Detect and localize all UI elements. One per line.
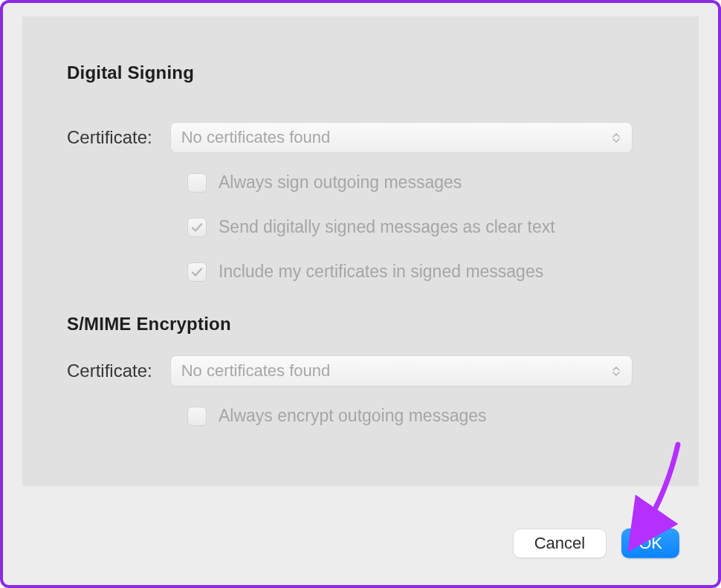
encryption-certificate-value: No certificates found [181, 361, 611, 381]
clear-text-label: Send digitally signed messages as clear … [219, 217, 555, 237]
cancel-button[interactable]: Cancel [513, 529, 607, 558]
smime-encryption-heading: S/MIME Encryption [67, 314, 231, 335]
updown-chevron-icon [611, 129, 621, 146]
updown-chevron-icon [611, 363, 621, 379]
encryption-certificate-select[interactable]: No certificates found [170, 355, 633, 387]
include-certs-label: Include my certificates in signed messag… [219, 262, 543, 282]
signing-certificate-label: Certificate: [67, 127, 152, 148]
signing-certificate-value: No certificates found [181, 128, 611, 147]
digital-signing-heading: Digital Signing [67, 62, 194, 83]
settings-panel: Digital Signing Certificate: No certific… [22, 16, 699, 486]
always-sign-checkbox[interactable] [187, 173, 207, 193]
always-encrypt-label: Always encrypt outgoing messages [219, 406, 487, 426]
encryption-certificate-label: Certificate: [67, 361, 152, 381]
encryption-certificate-row: Certificate: No certificates found [67, 355, 633, 387]
always-sign-option: Always sign outgoing messages [187, 172, 462, 193]
dialog-window: Digital Signing Certificate: No certific… [0, 0, 721, 588]
ok-button[interactable]: OK [621, 529, 679, 558]
include-certs-option: Include my certificates in signed messag… [187, 262, 543, 282]
dialog-button-row: Cancel OK [513, 529, 679, 558]
clear-text-checkbox[interactable] [187, 218, 207, 237]
signing-certificate-select[interactable]: No certificates found [170, 122, 633, 153]
always-encrypt-option: Always encrypt outgoing messages [187, 406, 487, 426]
include-certs-checkbox[interactable] [187, 262, 207, 282]
always-encrypt-checkbox[interactable] [187, 407, 207, 426]
clear-text-option: Send digitally signed messages as clear … [187, 217, 555, 237]
always-sign-label: Always sign outgoing messages [219, 172, 462, 193]
signing-certificate-row: Certificate: No certificates found [67, 122, 633, 153]
